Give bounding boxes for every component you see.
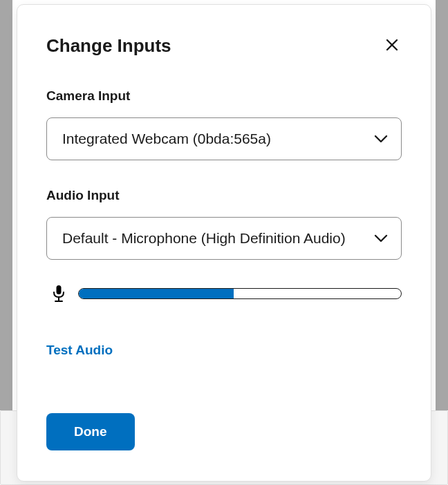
- svg-rect-2: [57, 285, 62, 294]
- change-inputs-modal: Change Inputs Camera Input Integrated We…: [17, 4, 431, 482]
- audio-input-label: Audio Input: [46, 188, 402, 203]
- audio-select-value: Default - Microphone (High Definition Au…: [62, 230, 346, 247]
- audio-level-meter: [46, 285, 402, 303]
- backdrop-right: [436, 0, 448, 410]
- audio-level-track: [78, 288, 402, 299]
- camera-select[interactable]: Integrated Webcam (0bda:565a): [46, 117, 402, 160]
- modal-header: Change Inputs: [46, 35, 402, 57]
- modal-title: Change Inputs: [46, 35, 171, 57]
- backdrop-left: [0, 0, 12, 410]
- audio-select-wrapper: Default - Microphone (High Definition Au…: [46, 217, 402, 260]
- close-icon: [385, 38, 399, 54]
- done-button[interactable]: Done: [46, 413, 135, 450]
- camera-select-wrapper: Integrated Webcam (0bda:565a): [46, 117, 402, 160]
- microphone-icon: [52, 285, 66, 303]
- camera-input-label: Camera Input: [46, 88, 402, 104]
- audio-select[interactable]: Default - Microphone (High Definition Au…: [46, 217, 402, 260]
- camera-select-value: Integrated Webcam (0bda:565a): [62, 131, 271, 147]
- close-button[interactable]: [382, 35, 402, 57]
- audio-level-fill: [79, 289, 234, 298]
- test-audio-button[interactable]: Test Audio: [46, 343, 113, 358]
